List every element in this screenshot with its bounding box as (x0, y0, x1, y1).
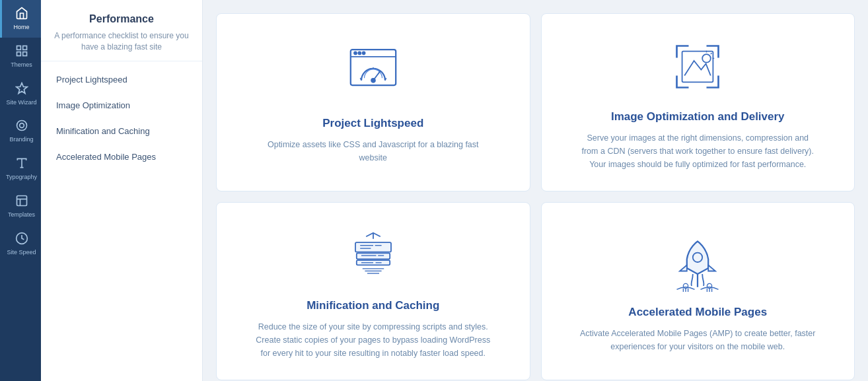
svg-point-16 (358, 52, 361, 55)
sidebar: Performance A performance checklist to e… (41, 0, 203, 381)
svg-point-24 (702, 54, 711, 63)
svg-point-19 (371, 79, 375, 82)
card-desc-minification-caching: Reduce the size of your site by compress… (254, 320, 492, 360)
nav-label-site-speed: Site Speed (7, 249, 36, 256)
nav-item-home[interactable]: Home (0, 0, 41, 38)
svg-rect-2 (17, 52, 20, 55)
sidebar-subtitle: A performance checklist to ensure you ha… (52, 30, 192, 53)
svg-rect-9 (17, 195, 26, 205)
card-title-minification-caching: Minification and Caching (307, 299, 439, 312)
sidebar-item-project-lightspeed[interactable]: Project Lightspeed (41, 67, 202, 92)
card-desc-project-lightspeed: Optimize assets like CSS and Javascript … (254, 138, 492, 164)
nav-bar: Home Themes Site Wizard Branding (0, 0, 41, 381)
card-accelerated-mobile-pages[interactable]: Accelerated Mobile Pages Activate Accele… (541, 202, 855, 380)
nav-label-typography: Typography (6, 174, 37, 181)
svg-rect-3 (22, 52, 26, 55)
svg-point-6 (19, 123, 24, 128)
card-project-lightspeed[interactable]: Project Lightspeed Optimize assets like … (216, 13, 530, 191)
nav-label-templates: Templates (8, 211, 35, 219)
nav-item-typography[interactable]: Typography (0, 150, 41, 188)
templates-icon (15, 194, 28, 209)
nav-label-home: Home (13, 24, 29, 31)
typography-icon (15, 156, 28, 172)
svg-rect-0 (17, 46, 20, 50)
svg-rect-23 (682, 52, 713, 83)
card-image-optimization[interactable]: Image Optimization and Delivery Serve yo… (541, 13, 855, 191)
branding-icon (15, 119, 28, 134)
card-icon-accelerated-mobile-pages (665, 229, 731, 295)
nav-item-templates[interactable]: Templates (0, 188, 41, 225)
card-icon-minification-caching (340, 223, 406, 289)
sidebar-item-accelerated-mobile-pages[interactable]: Accelerated Mobile Pages (41, 144, 202, 170)
sidebar-menu: Project Lightspeed Image Optimization Mi… (41, 61, 202, 175)
svg-point-15 (354, 52, 357, 55)
svg-rect-1 (22, 46, 26, 50)
themes-icon (15, 44, 28, 59)
nav-label-themes: Themes (11, 61, 32, 69)
site-speed-icon (15, 232, 28, 247)
svg-point-17 (363, 52, 365, 55)
sidebar-title: Performance (52, 13, 192, 25)
card-title-image-optimization: Image Optimization and Delivery (611, 110, 785, 123)
svg-line-26 (711, 53, 712, 54)
card-icon-image-optimization (665, 34, 731, 100)
home-icon (15, 7, 28, 22)
sidebar-header: Performance A performance checklist to e… (41, 0, 202, 61)
card-minification-caching[interactable]: Minification and Caching Reduce the size… (216, 202, 530, 380)
card-desc-image-optimization: Serve your images at the right dimension… (579, 131, 816, 171)
card-desc-accelerated-mobile-pages: Activate Accelerated Mobile Pages (AMP) … (579, 327, 816, 353)
main-content: Project Lightspeed Optimize assets like … (203, 0, 868, 381)
card-title-project-lightspeed: Project Lightspeed (322, 117, 423, 130)
nav-item-themes[interactable]: Themes (0, 38, 41, 75)
nav-label-branding: Branding (9, 136, 33, 143)
svg-point-5 (17, 121, 26, 131)
site-wizard-icon (15, 82, 28, 97)
svg-rect-31 (357, 253, 390, 259)
nav-label-site-wizard: Site Wizard (6, 99, 36, 106)
card-icon-project-lightspeed (340, 40, 406, 106)
nav-item-site-wizard[interactable]: Site Wizard (0, 75, 41, 113)
sidebar-item-minification-caching[interactable]: Minification and Caching (41, 118, 202, 144)
sidebar-item-image-optimization[interactable]: Image Optimization (41, 92, 202, 118)
nav-item-branding[interactable]: Branding (0, 112, 41, 150)
svg-marker-4 (16, 83, 27, 93)
nav-item-site-speed[interactable]: Site Speed (0, 225, 41, 263)
svg-rect-34 (355, 242, 391, 252)
card-title-accelerated-mobile-pages: Accelerated Mobile Pages (628, 306, 767, 319)
